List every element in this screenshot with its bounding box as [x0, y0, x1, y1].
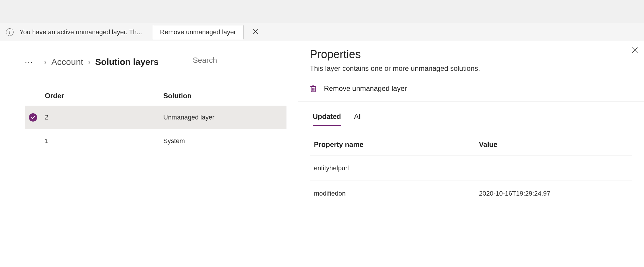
cell-solution: System [163, 137, 286, 145]
table-footer-divider [25, 153, 286, 153]
header-spacer [0, 0, 644, 23]
remove-action-label: Remove unmanaged layer [324, 84, 407, 93]
chevron-right-icon: › [88, 58, 90, 67]
table-row[interactable]: 1 System [25, 129, 286, 153]
properties-row[interactable]: entityhelpurl [310, 155, 632, 181]
close-icon [632, 47, 638, 53]
search-input[interactable] [193, 56, 289, 65]
cell-property-name: modifiedon [314, 190, 479, 197]
cell-order: 2 [45, 114, 163, 121]
breadcrumb-more-button[interactable]: ··· [25, 57, 33, 67]
tabs: Updated All [310, 102, 632, 126]
remove-unmanaged-layer-button[interactable]: Remove unmanaged layer [153, 25, 243, 39]
column-header-solution[interactable]: Solution [163, 92, 291, 100]
tab-all[interactable]: All [354, 112, 362, 126]
left-panel: ··· › Account › Solution layers Order [0, 41, 298, 267]
close-notification-button[interactable] [251, 26, 261, 38]
table-row[interactable]: 2 Unmanaged layer [25, 106, 286, 129]
search-box[interactable] [187, 56, 273, 68]
properties-row[interactable]: modifiedon 2020-10-16T19:29:24.97 [310, 181, 632, 206]
row-selection-toggle[interactable] [25, 113, 45, 122]
layers-table: Order Solution 2 Unmanaged layer [7, 74, 291, 153]
cell-property-name: entityhelpurl [314, 164, 479, 172]
notification-text: You have an active unmanaged layer. Th..… [19, 28, 142, 36]
properties-table-header: Property name Value [310, 140, 632, 155]
panel-title: Properties [310, 48, 632, 61]
remove-unmanaged-layer-action[interactable]: Remove unmanaged layer [310, 84, 632, 101]
panel-subtitle: This layer contains one or more unmanage… [310, 64, 632, 73]
cell-order: 1 [45, 137, 163, 145]
layers-table-header: Order Solution [25, 86, 291, 105]
trash-icon [310, 84, 317, 93]
column-header-property-name[interactable]: Property name [314, 140, 479, 149]
breadcrumb: ··· › Account › Solution layers [7, 41, 291, 74]
tab-updated[interactable]: Updated [313, 112, 341, 126]
cell-solution: Unmanaged layer [163, 114, 286, 121]
checkmark-icon [29, 113, 37, 122]
chevron-right-icon: › [44, 58, 47, 67]
cell-property-value: 2020-10-16T19:29:24.97 [479, 190, 632, 197]
breadcrumb-item-current: Solution layers [95, 57, 159, 67]
breadcrumb-item-account[interactable]: Account [51, 57, 83, 67]
close-panel-button[interactable] [632, 46, 638, 55]
info-icon: i [6, 28, 14, 36]
notification-bar: i You have an active unmanaged layer. Th… [0, 23, 644, 41]
column-header-value[interactable]: Value [479, 140, 632, 149]
properties-table: Property name Value entityhelpurl modifi… [310, 140, 632, 206]
column-header-order[interactable]: Order [25, 92, 163, 100]
close-icon [253, 29, 258, 34]
properties-panel: Properties This layer contains one or mo… [298, 41, 644, 267]
